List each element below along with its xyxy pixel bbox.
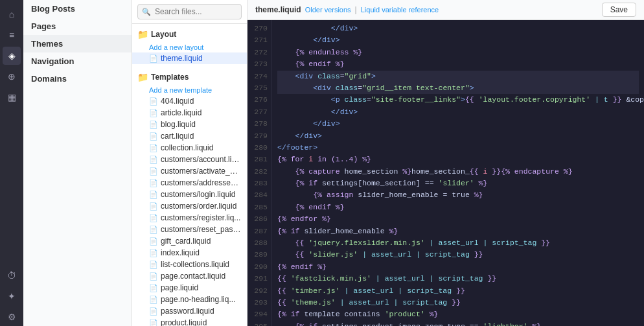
code-line: {{ 'timber.js' | asset_url | script_tag … — [277, 285, 639, 297]
file-item[interactable]: 📄page.liquid — [132, 282, 247, 294]
file-item[interactable]: 📄cart.liquid — [132, 130, 247, 142]
add-layout-link[interactable]: Add a new layout — [132, 42, 247, 52]
sidebar-item-navigation[interactable]: Navigation — [23, 52, 132, 70]
file-item[interactable]: 📄index.liquid — [132, 247, 247, 259]
file-icon: 📄 — [149, 191, 158, 199]
file-icon: 📄 — [149, 144, 158, 152]
code-line: {{ 'slider.js' | asset_url | script_tag … — [277, 249, 639, 261]
file-icon: 📄 — [149, 214, 158, 222]
code-line: </div> — [277, 34, 639, 46]
line-number: 290 — [253, 261, 268, 273]
file-icon: 📄 — [149, 284, 158, 292]
code-line: {% endfor %} — [277, 213, 639, 225]
line-number: 286 — [253, 213, 268, 225]
file-icon: 📄 — [149, 261, 158, 269]
code-content[interactable]: </div> </div> {% endunless %} {% endif %… — [272, 20, 644, 326]
file-tree: 📁 Layout Add a new layout 📄 theme.liquid… — [132, 24, 247, 326]
file-item[interactable]: 📄404.liquid — [132, 95, 247, 107]
line-number: 275 — [253, 82, 268, 94]
layout-section-header[interactable]: 📁 Layout — [132, 27, 247, 42]
file-icon: 📄 — [149, 156, 158, 164]
code-line: {% capture home_section %}home_section_{… — [277, 166, 639, 178]
sidebar-item-themes[interactable]: Themes — [23, 35, 132, 52]
file-item[interactable]: 📄customers/order.liquid — [132, 200, 247, 212]
file-item[interactable]: 📄gift_card.liquid — [132, 235, 247, 247]
file-icon: 📄 — [149, 226, 158, 234]
file-icon: 📄 — [149, 121, 158, 129]
themes-icon[interactable]: ◈ — [3, 47, 21, 65]
file-item[interactable]: 📄password.liquid — [132, 305, 247, 317]
file-item[interactable]: 📄product.liquid — [132, 317, 247, 326]
templates-section: 📁 Templates Add a new template 📄404.liqu… — [132, 67, 247, 326]
sidebar-item-domains[interactable]: Domains — [23, 70, 132, 87]
file-icon: 📄 — [149, 179, 158, 187]
line-number: 285 — [253, 202, 268, 213]
plugin-icon[interactable]: ✦ — [3, 287, 21, 305]
navigation-icon[interactable]: ⊕ — [3, 67, 21, 86]
line-number: 273 — [253, 58, 268, 70]
file-icon: 📄 — [149, 97, 158, 106]
code-line: </div> — [277, 130, 639, 142]
sidebar-item-blog-posts[interactable]: Blog Posts — [23, 0, 132, 17]
code-line: {{ 'fastclick.min.js' | asset_url | scri… — [277, 273, 639, 285]
liquid-ref-link[interactable]: Liquid variable reference — [361, 6, 439, 14]
file-icon: 📄 — [149, 307, 158, 316]
file-item[interactable]: 📄article.liquid — [132, 107, 247, 119]
search-bar-container: 🔍 — [132, 0, 247, 24]
file-item[interactable]: 📄customers/reset_pass... — [132, 224, 247, 235]
file-item[interactable]: 📄customers/account.liq... — [132, 154, 247, 165]
folder-icon: 📁 — [137, 29, 148, 40]
file-icon: 📄 — [149, 249, 158, 257]
file-item[interactable]: 📄customers/addresses.l... — [132, 177, 247, 189]
pages-icon[interactable]: ≡ — [3, 26, 21, 44]
file-item[interactable]: 📄collection.liquid — [132, 142, 247, 154]
add-template-link[interactable]: Add a new template — [132, 85, 247, 95]
file-icon: 📄 — [149, 296, 158, 304]
line-number: 282 — [253, 166, 268, 178]
file-icon: 📄 — [149, 319, 158, 327]
file-icon: 📄 — [149, 109, 158, 117]
older-versions-link[interactable]: Older versions — [305, 6, 351, 14]
code-line: {{ 'jquery.flexslider.min.js' | asset_ur… — [277, 237, 639, 249]
line-number: 292 — [253, 285, 268, 297]
file-panel: 🔍 📁 Layout Add a new layout 📄 theme.liqu… — [132, 0, 247, 326]
analytics-icon[interactable]: ▦ — [3, 88, 21, 106]
file-item[interactable]: 📄page.contact.liquid — [132, 270, 247, 282]
file-item[interactable]: 📄customers/activate_ac... — [132, 165, 247, 177]
line-number: 291 — [253, 273, 268, 285]
templates-section-header[interactable]: 📁 Templates — [132, 69, 247, 85]
file-item[interactable]: 📄customers/register.liq... — [132, 212, 247, 224]
line-number: 279 — [253, 130, 268, 142]
save-button[interactable]: Save — [602, 3, 636, 17]
file-icon: 📄 — [149, 167, 158, 176]
file-item[interactable]: 📄list-collections.liquid — [132, 259, 247, 270]
line-number: 289 — [253, 249, 268, 261]
search-input[interactable] — [137, 4, 242, 19]
code-line: {% endif %} — [277, 261, 639, 273]
code-line: </footer> — [277, 142, 639, 154]
code-line: </div> — [277, 106, 639, 118]
sidebar-item-pages[interactable]: Pages — [23, 17, 132, 35]
line-number: 283 — [253, 178, 268, 189]
gear-icon[interactable]: ⚙ — [3, 308, 21, 326]
icon-bar: ⌂ ≡ ◈ ⊕ ▦ ⏱ ✦ ⚙ — [0, 0, 23, 326]
clock-icon[interactable]: ⏱ — [3, 266, 21, 285]
line-number: 294 — [253, 309, 268, 320]
home-icon[interactable]: ⌂ — [3, 5, 21, 23]
search-icon: 🔍 — [142, 8, 151, 16]
code-wrapper: 2702712722732742752762772782792802812822… — [247, 20, 644, 326]
line-number: 278 — [253, 118, 268, 130]
file-icon: 📄 — [149, 272, 158, 281]
layout-section: 📁 Layout Add a new layout 📄 theme.liquid — [132, 24, 247, 67]
code-line: <div class="grid"> — [277, 71, 639, 82]
file-item[interactable]: 📄blog.liquid — [132, 119, 247, 130]
line-number: 280 — [253, 142, 268, 154]
code-line: {% if settings[home_section] == 'slider'… — [277, 178, 639, 189]
code-line: {% endif %} — [277, 202, 639, 213]
file-item[interactable]: 📄page.no-heading.liq... — [132, 294, 247, 305]
file-icon: 📄 — [149, 54, 158, 63]
sidebar: Blog Posts Pages Themes Navigation Domai… — [23, 0, 132, 326]
editor-header-left: theme.liquid Older versions | Liquid var… — [255, 5, 439, 14]
file-item[interactable]: 📄customers/login.liquid — [132, 189, 247, 200]
file-item-theme-liquid[interactable]: 📄 theme.liquid — [132, 52, 247, 64]
